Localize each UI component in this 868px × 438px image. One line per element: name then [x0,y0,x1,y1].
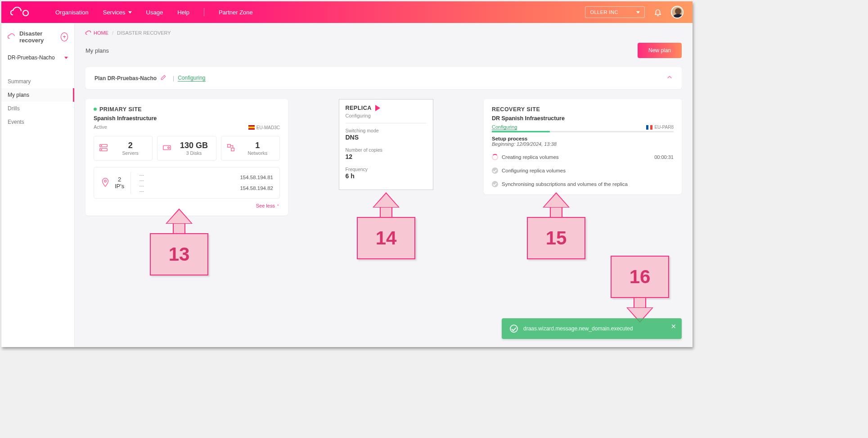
org-name: OLLER INC [590,9,618,15]
chevron-down-icon [636,11,640,14]
nav-organisation[interactable]: Organisation [55,9,89,16]
nav-help[interactable]: Help [177,9,189,16]
replica-card: REPLICA Configuring Switching mode DNS N… [339,99,433,190]
toast-message: draas.wizard.message.new_domain.executed [523,325,633,332]
play-icon[interactable] [375,105,380,111]
toast: draas.wizard.message.new_domain.executed… [502,318,682,339]
topbar: Organisation Services Usage Help Partner… [1,1,693,23]
plan-status: Configuring [178,75,205,81]
plan-bar: Plan DR-Pruebas-Nacho | Configuring [85,67,682,89]
chevron-down-icon [64,57,68,59]
new-plan-button[interactable]: New plan [638,43,682,58]
step-time: 00:00:31 [654,154,674,160]
svg-point-5 [168,147,170,149]
plan-select-label: DR-Pruebas-Nacho [8,54,55,61]
recovery-heading: RECOVERY SITE [492,106,674,113]
svg-point-3 [101,149,102,150]
sidebar: Disaster recovery + DR-Pruebas-Nacho Sum… [1,23,75,347]
page-header: My plans New plan [85,39,682,67]
ip-icon [100,177,110,189]
check-icon [492,167,498,174]
add-plan-button[interactable]: + [61,32,68,41]
org-select[interactable]: OLLER INC [585,6,645,18]
setup-head: Setup process [492,136,674,141]
ip-address: 154.58.194.82 [240,185,273,191]
breadcrumb: HOME / DISASTER RECOVERY [85,23,682,39]
spinner-icon [492,154,498,160]
plan-select[interactable]: DR-Pruebas-Nacho [8,52,68,64]
nav-usage[interactable]: Usage [146,9,163,16]
recovery-site-panel: RECOVERY SITE DR Spanish Infraestructure… [484,99,682,194]
begin-time: 12/09/2024, 13:38 [517,141,557,147]
avatar [671,6,684,18]
disk-icon [162,143,172,154]
chevron-down-icon [128,11,132,14]
close-icon[interactable]: ✕ [671,323,676,330]
ip-address: 154.58.194.81 [240,175,273,180]
svg-point-2 [101,145,102,146]
network-icon [226,143,236,154]
server-icon [99,143,108,154]
setup-step: Synchronising subscriptions and volumes … [492,181,674,187]
flag-fr-icon [646,125,652,130]
ip-box: 2IP's --- --- --- --- 154.58.194.81 154.… [94,167,280,199]
replica-state: Configuring [346,113,427,118]
primary-region: EU-MAD3C [256,125,280,130]
replica-copies: 12 [346,153,427,160]
stat-networks: 1Networks [221,136,280,161]
replica-heading: REPLICA [346,105,372,111]
recovery-region: EU-PAR8 [654,125,674,130]
primary-state: Active [94,124,107,131]
replica-switch-mode: DNS [346,134,427,141]
nav-services[interactable]: Services [103,9,132,16]
content: HOME / DISASTER RECOVERY My plans New pl… [75,23,693,347]
nav-separator [204,8,204,16]
sidebar-item-events[interactable]: Events [1,115,74,129]
sidebar-item-summary[interactable]: Summary [1,75,74,88]
primary-site-panel: PRIMARY SITE Spanish Infraestructure Act… [85,99,288,216]
nav-links: Organisation Services Usage Help Partner… [55,8,253,16]
dr-icon [8,33,16,41]
stat-servers: 2Servers [94,136,153,161]
plan-prefix: Plan [94,75,106,81]
nav-partner-zone[interactable]: Partner Zone [219,9,253,16]
success-icon [510,325,518,333]
breadcrumb-current: DISASTER RECOVERY [117,30,171,36]
recovery-name: DR Spanish Infraestructure [492,115,674,122]
sidebar-item-myplans[interactable]: My plans [1,88,74,102]
stat-disks: 130 GB3 Disks [157,136,216,161]
setup-step: Creating replica volumes 00:00:31 [492,154,674,160]
svg-point-8 [104,180,107,182]
check-icon [492,181,498,187]
recovery-state: Configuring [492,124,517,130]
status-dot-icon [94,108,97,111]
primary-name: Spanish Infraestructure [94,115,280,122]
progress-bar [492,131,674,132]
plan-name: DR-Pruebas-Nacho [108,75,157,81]
collapse-button[interactable] [666,74,673,82]
avatar-button[interactable] [671,6,684,18]
svg-rect-7 [231,148,234,151]
sidebar-title: Disaster recovery [19,30,57,44]
edit-icon[interactable] [160,74,166,82]
flag-es-icon [248,125,255,130]
svg-rect-6 [227,144,230,147]
primary-heading: PRIMARY SITE [99,106,142,113]
see-less-link[interactable]: See less ⌃ [94,203,280,208]
sidebar-nav: Summary My plans Drills Events [1,75,74,129]
setup-step: Configuring replica volumes [492,167,674,174]
sidebar-item-drills[interactable]: Drills [1,102,74,115]
page-title: My plans [85,47,109,54]
logo[interactable] [10,7,55,18]
replica-frequency: 6 h [346,172,427,180]
breadcrumb-home[interactable]: HOME [85,30,108,36]
notifications-button[interactable] [654,8,662,16]
